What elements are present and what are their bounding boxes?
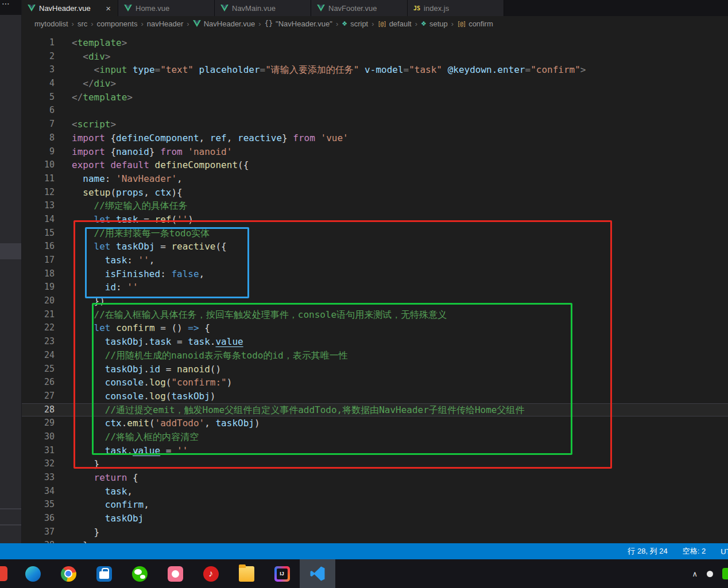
system-tray: ∧ xyxy=(692,568,728,579)
breadcrumb-label: default xyxy=(389,20,412,28)
taskbar-icon-file-explorer[interactable] xyxy=(229,559,264,588)
code-line: 13 //绑定输入的具体任务 xyxy=(22,199,728,213)
taskbar-icon-vscode[interactable] xyxy=(300,559,335,588)
breadcrumb-item-mytodolist[interactable]: mytodolist xyxy=(34,20,68,28)
code-text xyxy=(55,104,72,118)
line-number: 26 xyxy=(22,376,55,390)
edge-browser-icon xyxy=(25,566,41,582)
code-text: console.log(taskObj) xyxy=(55,390,216,403)
line-number: 2 xyxy=(22,50,55,64)
breadcrumb-item-navheadervue[interactable]: NavHeader.vue xyxy=(193,20,255,28)
code-line: 31 task.value = '' xyxy=(22,444,728,458)
breadcrumb-item-navheader[interactable]: navHeader xyxy=(147,20,184,28)
tab-navmain-vue[interactable]: NavMain.vue xyxy=(215,0,311,16)
line-number: 7 xyxy=(22,118,55,131)
close-icon[interactable]: × xyxy=(104,4,112,13)
line-number: 6 xyxy=(22,104,55,118)
breadcrumb-label: mytodolist xyxy=(34,20,68,28)
vue-icon xyxy=(193,20,201,27)
breadcrumb-item-confirm[interactable]: [@]confirm xyxy=(457,20,493,28)
code-line: 18 isFinished: false, xyxy=(22,267,728,281)
line-number: 17 xyxy=(22,254,55,267)
line-number: 15 xyxy=(22,227,55,240)
line-number: 16 xyxy=(22,240,55,254)
vue-icon xyxy=(317,5,325,11)
line-number: 29 xyxy=(22,416,55,430)
code-text: //绑定输入的具体任务 xyxy=(55,199,188,213)
code-line: 14 let task = ref('') xyxy=(22,213,728,227)
tab-home-vue[interactable]: Home.vue xyxy=(118,0,215,16)
code-text: //用来封装每一条todo实体 xyxy=(55,227,210,240)
tab-label: Home.vue xyxy=(135,4,169,13)
line-number: 28 xyxy=(22,403,55,417)
strip-divider-2 xyxy=(0,524,21,525)
code-line: 21 //在输入框输入具体任务，按回车触发处理事件，console语句用来测试，… xyxy=(22,308,728,322)
line-number: 27 xyxy=(22,390,55,403)
taskbar-icon-edge-browser[interactable] xyxy=(15,559,51,588)
code-line: 16 let taskObj = reactive({ xyxy=(22,240,728,254)
code-text: confirm, xyxy=(55,498,149,512)
code-line: 6 xyxy=(22,104,728,118)
vue-icon xyxy=(220,5,229,11)
code-line: 25 taskObj.id = nanoid() xyxy=(22,363,728,376)
breadcrumb-item-src[interactable]: src xyxy=(78,20,87,28)
tab-label: index.js xyxy=(424,4,449,13)
line-number: 11 xyxy=(22,172,55,186)
status-item[interactable]: 空格: 2 xyxy=(683,546,706,556)
code-line: 11 name: 'NavHeader', xyxy=(22,172,728,186)
tray-icon-white[interactable] xyxy=(707,571,713,577)
taskbar-icon-netease-music[interactable]: ♪ xyxy=(193,559,229,588)
code-line: 22 let confirm = () => { xyxy=(22,321,728,335)
code-text: task: '', xyxy=(55,254,155,267)
code-text: taskObj.id = nanoid() xyxy=(55,363,221,376)
taskbar-icon-microsoft-store[interactable] xyxy=(86,559,122,588)
status-item[interactable]: UTF-8 xyxy=(721,547,728,556)
breadcrumb-label: setup xyxy=(429,20,448,28)
breadcrumb-item-default[interactable]: [@]default xyxy=(378,20,412,28)
breadcrumb-item-setup[interactable]: ❖setup xyxy=(421,20,448,28)
activity-strip: ⋯ xyxy=(0,0,22,543)
line-number: 20 xyxy=(22,294,55,308)
line-number: 19 xyxy=(22,281,55,294)
code-text: let task = ref('') xyxy=(55,213,193,227)
status-item[interactable]: 行 28, 列 24 xyxy=(628,546,667,556)
tab-navfooter-vue[interactable]: NavFooter.vue xyxy=(311,0,408,16)
editor[interactable]: 1<template>2 <div>3 <input type="text" p… xyxy=(22,31,728,543)
code-line: 4 </div> xyxy=(22,77,728,91)
taskbar-icon-pink-app[interactable] xyxy=(157,559,193,588)
code-line: 37 } xyxy=(22,525,728,539)
code-text: </div> xyxy=(55,77,116,91)
code-text: <div> xyxy=(55,50,110,64)
taskbar-icon-wechat[interactable] xyxy=(122,559,157,588)
chevron-right-icon: › xyxy=(187,20,189,28)
status-bar: 行 28, 列 24空格: 2UTF-8 xyxy=(0,543,728,559)
module-icon: ❖ xyxy=(342,20,347,28)
tab-navheader-vue[interactable]: NavHeader.vue× xyxy=(22,0,118,16)
code-text: //将输入框的内容清空 xyxy=(55,430,199,444)
taskbar-icon-red-app-partial[interactable] xyxy=(0,566,7,581)
code-line: 28 //通过提交emit，触发Home父组件自定义事件addTodo,将数据由… xyxy=(22,403,728,417)
line-number: 4 xyxy=(22,77,55,91)
taskbar-icon-chrome-browser[interactable] xyxy=(51,559,86,588)
line-number: 34 xyxy=(22,485,55,499)
breadcrumb-item-navheadervue[interactable]: {}"NavHeader.vue" xyxy=(265,20,332,28)
taskbar-icon-intellij-idea[interactable]: IJ xyxy=(264,559,300,588)
code-text: ctx.emit('addTodo', taskObj) xyxy=(55,416,260,430)
tab-index-js[interactable]: JSindex.js xyxy=(408,0,504,16)
screen: { "palette": { "statusbar_bg": "#007acc"… xyxy=(0,0,728,588)
tray-icon-green[interactable] xyxy=(722,568,728,579)
overflow-menu-icon[interactable]: ⋯ xyxy=(2,0,10,8)
code-line: 19 id: '' xyxy=(22,281,728,294)
tray-chevron-up-icon[interactable]: ∧ xyxy=(692,570,698,578)
line-number: 21 xyxy=(22,308,55,322)
breadcrumb-item-script[interactable]: ❖script xyxy=(342,20,368,28)
line-number: 8 xyxy=(22,131,55,145)
tab-label: NavFooter.vue xyxy=(328,4,377,13)
code-text: <script> xyxy=(55,118,116,131)
wechat-icon xyxy=(132,566,148,582)
code-text: import {nanoid} from 'nanoid' xyxy=(55,145,232,159)
code-text: <input type="text" placeholder="请输入要添加的任… xyxy=(55,63,586,77)
line-number: 9 xyxy=(22,145,55,159)
code-text: taskObj xyxy=(55,512,144,525)
breadcrumb-item-components[interactable]: components xyxy=(97,20,138,28)
